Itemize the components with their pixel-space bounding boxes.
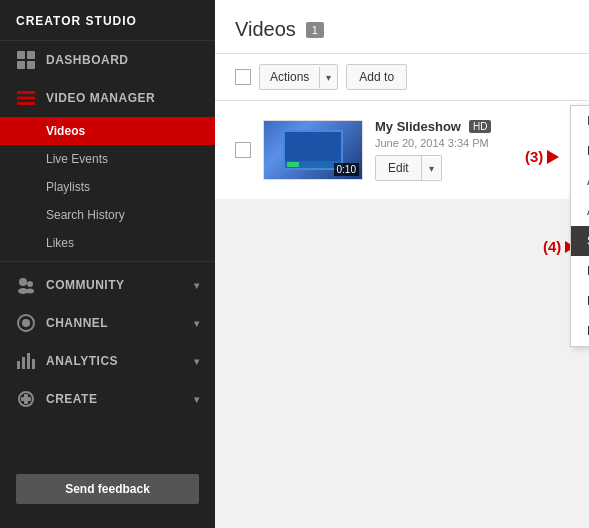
main-content: Videos 1 Actions ▾ Add to 0:10 — [215, 0, 589, 528]
dropdown-item-info-settings[interactable]: Info and Settings — [571, 106, 589, 136]
table-row: 0:10 My Slideshow HD June 20, 2014 3:34 … — [235, 111, 569, 189]
svg-rect-16 — [32, 359, 35, 369]
sidebar-item-create[interactable]: CREATE ▾ — [0, 380, 215, 418]
edit-button-caret[interactable]: ▾ — [422, 158, 441, 179]
svg-rect-1 — [27, 51, 35, 59]
chevron-down-icon: ▾ — [194, 356, 200, 367]
sidebar-item-channel[interactable]: CHANNEL ▾ — [0, 304, 215, 342]
dropdown-item-subtitles-cc[interactable]: Subtitles and CC — [571, 226, 589, 256]
sidebar-item-analytics-label: ANALYTICS — [46, 354, 118, 368]
edit-button-label[interactable]: Edit — [376, 156, 422, 180]
dashboard-icon — [16, 50, 36, 70]
hd-badge: HD — [469, 120, 491, 133]
svg-rect-14 — [22, 357, 25, 369]
dropdown-item-download-mp4[interactable]: Download MP4 — [571, 256, 589, 286]
send-feedback-button[interactable]: Send feedback — [16, 474, 199, 504]
chevron-down-icon: ▾ — [194, 318, 200, 329]
svg-rect-5 — [17, 97, 35, 100]
svg-point-12 — [22, 319, 30, 327]
chevron-down-icon: ▾ — [194, 394, 200, 405]
actions-button-label: Actions — [260, 65, 319, 89]
svg-point-8 — [27, 281, 33, 287]
video-date: June 20, 2014 3:34 PM — [375, 137, 569, 149]
dropdown-item-delete[interactable]: Delete — [571, 316, 589, 346]
svg-rect-13 — [17, 361, 20, 369]
dropdown-item-audio[interactable]: Audio — [571, 166, 589, 196]
sidebar-item-create-label: CREATE — [46, 392, 97, 406]
dropdown-item-promote[interactable]: Promote — [571, 286, 589, 316]
chevron-down-icon: ▾ — [194, 280, 200, 291]
dropdown-menu: Info and Settings Enhancements Audio Ann… — [570, 105, 589, 347]
community-icon — [16, 275, 36, 295]
add-to-button[interactable]: Add to — [346, 64, 407, 90]
svg-rect-19 — [21, 397, 31, 401]
dropdown-item-annotations[interactable]: Annotations — [571, 196, 589, 226]
svg-point-7 — [19, 278, 27, 286]
video-manager-icon — [16, 88, 36, 108]
svg-rect-3 — [27, 61, 35, 69]
main-header: Videos 1 — [215, 0, 589, 54]
sidebar-item-video-manager-label: VIDEO MANAGER — [46, 91, 155, 105]
svg-rect-0 — [17, 51, 25, 59]
sidebar-item-community-label: COMMUNITY — [46, 278, 125, 292]
sidebar-item-channel-label: CHANNEL — [46, 316, 108, 330]
sidebar-sub-item-videos[interactable]: Videos — [0, 117, 215, 145]
select-all-checkbox[interactable] — [235, 69, 251, 85]
svg-rect-2 — [17, 61, 25, 69]
sidebar: CREATOR STUDIO DASHBOARD VIDEO MANAGER V… — [0, 0, 215, 528]
sidebar-item-community[interactable]: COMMUNITY ▾ — [0, 266, 215, 304]
video-title: My Slideshow — [375, 119, 461, 134]
svg-rect-15 — [27, 353, 30, 369]
channel-icon — [16, 313, 36, 333]
video-thumbnail: 0:10 — [263, 120, 363, 180]
page-title: Videos — [235, 18, 296, 41]
actions-button[interactable]: Actions ▾ — [259, 64, 338, 90]
svg-point-10 — [26, 289, 34, 294]
dropdown-item-enhancements[interactable]: Enhancements — [571, 136, 589, 166]
edit-button-group[interactable]: Edit ▾ — [375, 155, 442, 181]
empty-area — [215, 199, 589, 528]
app-brand: CREATOR STUDIO — [0, 0, 215, 41]
sidebar-sub-item-likes[interactable]: Likes — [0, 229, 215, 257]
analytics-icon — [16, 351, 36, 371]
svg-rect-6 — [17, 102, 35, 105]
sidebar-item-dashboard-label: DASHBOARD — [46, 53, 129, 67]
sidebar-item-dashboard[interactable]: DASHBOARD — [0, 41, 215, 79]
toolbar: Actions ▾ Add to — [215, 54, 589, 101]
sidebar-sub-item-live-events[interactable]: Live Events — [0, 145, 215, 173]
video-checkbox[interactable] — [235, 142, 251, 158]
create-icon — [16, 389, 36, 409]
svg-rect-4 — [17, 91, 35, 94]
video-info: My Slideshow HD June 20, 2014 3:34 PM Ed… — [375, 119, 569, 181]
sidebar-sub-item-playlists[interactable]: Playlists — [0, 173, 215, 201]
video-duration: 0:10 — [334, 163, 359, 176]
video-count-badge: 1 — [306, 22, 324, 38]
actions-caret-icon: ▾ — [319, 67, 337, 88]
sidebar-sub-item-search-history[interactable]: Search History — [0, 201, 215, 229]
video-list: 0:10 My Slideshow HD June 20, 2014 3:34 … — [215, 101, 589, 199]
sidebar-item-video-manager[interactable]: VIDEO MANAGER — [0, 79, 215, 117]
sidebar-item-analytics[interactable]: ANALYTICS ▾ — [0, 342, 215, 380]
